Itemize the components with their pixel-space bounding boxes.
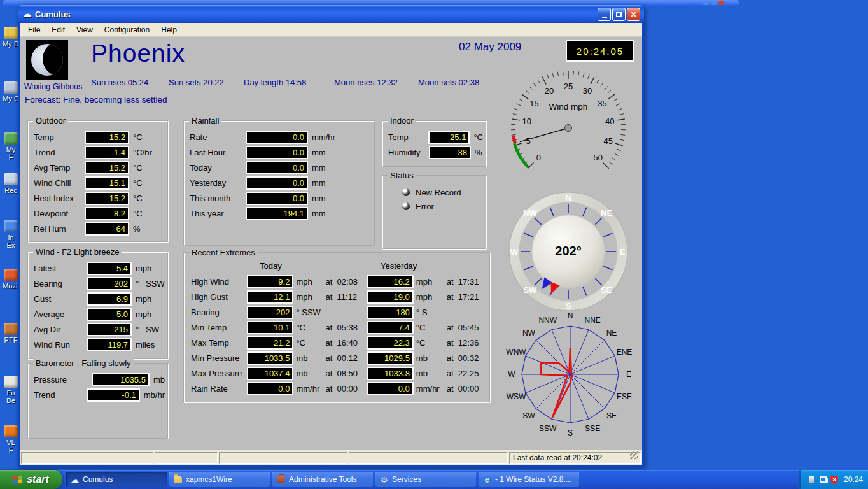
extremes-row: Max Pressure1037.4mbat 08:501033.8mbat 2…	[191, 365, 488, 381]
minimize-button[interactable]	[598, 8, 611, 21]
status-panel: Status New RecordError	[382, 175, 487, 250]
gauge-title: Wind mph	[549, 102, 588, 111]
field-label: Max Temp	[191, 338, 247, 348]
taskbar-task-xapmcs1wire[interactable]: xapmcs1Wire	[169, 472, 270, 487]
unit-label: °C	[416, 338, 447, 348]
lcd-value: 64	[85, 222, 129, 236]
outdoor-panel: Outdoor Temp15.2°CTrend-1.4°C/hrAvg Temp…	[27, 120, 169, 243]
field-label: Last Hour	[190, 148, 246, 157]
bg-close-button[interactable]	[718, 1, 724, 5]
svg-text:15: 15	[529, 99, 538, 108]
svg-text:ENE: ENE	[617, 348, 633, 357]
network-tray-icon[interactable]	[819, 476, 827, 484]
field-label: Bearing	[191, 308, 247, 317]
lcd-value-yesterday: 180	[367, 306, 414, 319]
taskbar-task-services[interactable]: ⚙ Services	[375, 472, 476, 487]
field-label: Latest	[34, 264, 87, 273]
field-label: Min Temp	[191, 323, 247, 332]
menu-item-file[interactable]: File	[22, 25, 46, 34]
lcd-value: 5.4	[87, 262, 132, 275]
recent-extremes-panel: Recent Extremes Today Yesterday High Win…	[183, 252, 491, 403]
panel-row: Avg Dir215° SW	[34, 322, 165, 337]
unit-label: °C	[416, 323, 447, 332]
panel-row: Wind Run119.7miles	[34, 337, 165, 352]
lcd-value-today: 202	[247, 306, 293, 319]
svg-text:E: E	[626, 370, 631, 379]
unit-label: mm	[312, 194, 326, 203]
cloud-icon: ☁	[70, 476, 80, 484]
lcd-value: 119.7	[87, 338, 132, 351]
status-led-row: Error	[402, 199, 483, 213]
lcd-value: 0.0	[246, 192, 308, 205]
menu-item-help[interactable]: Help	[155, 25, 183, 34]
time-label: at 22:25	[447, 369, 488, 378]
lcd-value: 15.2	[85, 192, 129, 205]
field-label: Avg Dir	[34, 325, 87, 334]
rainfall-panel-title: Rainfall	[189, 116, 221, 125]
unit-label: mm/hr	[416, 384, 447, 393]
status-bar: Last data read at 20:24:02	[20, 450, 642, 465]
menu-bar: File Edit View Configuration Help	[20, 23, 642, 37]
field-label: Yesterday	[190, 178, 246, 188]
svg-text:NE: NE	[606, 329, 617, 337]
unit-label: °C	[473, 132, 483, 142]
unit-label: mb	[296, 369, 325, 378]
system-tray: ✕ 20:24	[799, 470, 868, 489]
extremes-row: Min Pressure1033.5mbat 00:121029.5mbat 0…	[191, 350, 488, 365]
window-titlebar[interactable]: ☁ Cumulus ✕	[18, 5, 644, 23]
moon-icon	[31, 44, 63, 76]
statusbar-cell-1	[21, 452, 153, 464]
taskbar-task-cumulus[interactable]: ☁ Cumulus	[66, 472, 167, 487]
clock-display: 20:24:05	[566, 40, 634, 62]
extremes-row: High Gust12.1mphat 11:1219.0mphat 17:21	[191, 289, 488, 304]
bg-minimize-button[interactable]	[703, 1, 709, 5]
security-alert-icon[interactable]: ✕	[830, 476, 839, 484]
svg-text:WSW: WSW	[507, 392, 526, 401]
taskbar: start ☁ Cumulus xapmcs1Wire Administrati…	[0, 470, 868, 489]
wind-direction-compass: NNEESESSWWNW 202°	[508, 191, 629, 312]
field-label: Today	[190, 163, 246, 173]
unit-label: ° SW	[136, 325, 159, 334]
statusbar-cell-2	[155, 452, 218, 464]
field-label: High Gust	[191, 292, 247, 302]
lcd-value: 15.2	[85, 131, 129, 144]
unit-label: mph	[136, 264, 151, 273]
time-label: at 00:00	[325, 384, 367, 393]
led-indicator-icon	[402, 188, 410, 196]
field-label: Min Pressure	[191, 353, 247, 363]
field-label: Wind Run	[34, 340, 87, 350]
bg-maximize-button[interactable]	[711, 1, 717, 5]
lcd-value-today: 12.1	[247, 290, 293, 304]
unit-label: ° S	[416, 308, 447, 317]
resize-grip[interactable]	[630, 451, 638, 459]
menu-item-view[interactable]: View	[71, 25, 99, 34]
taskbar-task-1wire-status[interactable]: e - 1 Wire Status V2.8....	[479, 472, 579, 487]
panel-row: Yesterday0.0mm	[190, 175, 372, 190]
menu-item-configuration[interactable]: Configuration	[99, 25, 155, 34]
taskbar-task-admin-tools[interactable]: Administrative Tools	[272, 472, 373, 487]
panel-row: Pressure1035.5mb	[34, 372, 165, 387]
windows-flag-icon	[13, 475, 23, 485]
moon-set-label: Moon sets 02:38	[418, 78, 479, 87]
lcd-value: 38	[429, 146, 471, 159]
menu-item-edit[interactable]: Edit	[46, 25, 71, 34]
unit-label: °C	[133, 194, 143, 203]
field-label: Trend	[34, 148, 85, 157]
recent-extremes-title: Recent Extremes	[189, 248, 258, 257]
svg-text:N: N	[565, 193, 571, 202]
svg-text:0: 0	[536, 153, 541, 162]
maximize-button[interactable]	[612, 8, 626, 21]
close-button[interactable]: ✕	[627, 8, 640, 21]
svg-text:NW: NW	[522, 329, 536, 337]
led-label: New Record	[416, 188, 461, 197]
led-label: Error	[416, 202, 434, 211]
device-tray-icon[interactable]	[808, 476, 816, 484]
unit-label: °C	[133, 209, 143, 218]
lcd-value: 202	[87, 277, 132, 290]
window-title: Cumulus	[35, 10, 71, 19]
svg-text:45: 45	[604, 136, 613, 146]
start-button[interactable]: start	[0, 470, 62, 489]
wind-panel: Wind - F2 Light breeze Latest5.4mphBeari…	[27, 252, 169, 360]
time-label: at 00:00	[447, 384, 488, 393]
desktop-icon-image	[4, 376, 18, 388]
